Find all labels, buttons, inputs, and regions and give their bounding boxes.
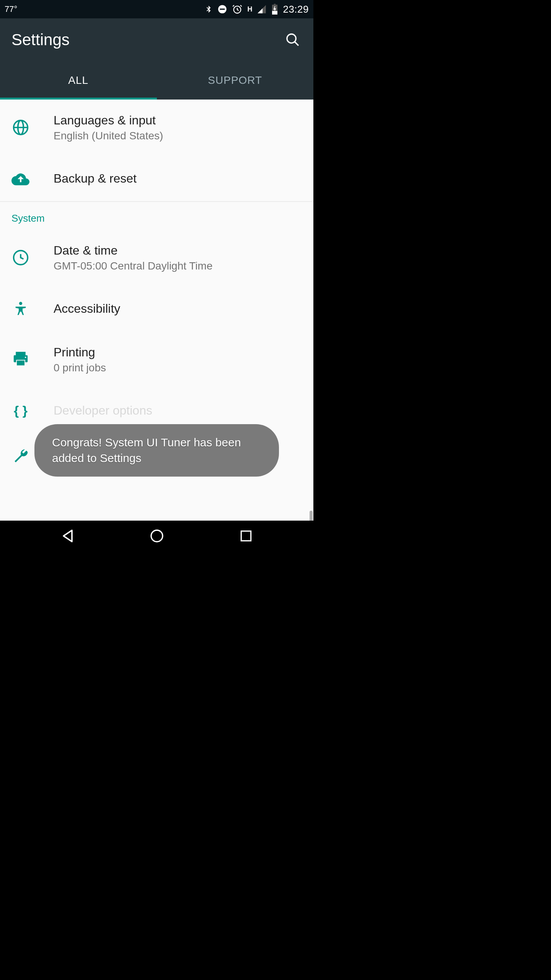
search-button[interactable] [284,31,302,49]
tab-all-label: ALL [68,74,88,87]
signal-icon [257,4,267,14]
status-temperature: 77° [5,4,17,14]
recent-icon [239,529,253,543]
globe-icon [12,119,29,136]
nav-recent-button[interactable] [231,521,261,551]
network-type-icon: H [247,5,252,13]
nav-home-button[interactable] [142,521,172,551]
clock-icon [12,249,29,266]
svg-point-6 [287,34,296,43]
settings-item-backup[interactable]: Backup & reset [0,155,313,201]
tabs: ALL SUPPORT [0,61,313,100]
battery-charging-icon [271,4,278,15]
section-header-system: System [0,202,313,230]
item-title: Printing [54,345,106,359]
item-subtitle: English (United States) [54,130,163,142]
wrench-icon [12,448,29,465]
settings-item-datetime[interactable]: Date & time GMT-05:00 Central Daylight T… [0,230,313,286]
item-title: Accessibility [54,301,120,316]
svg-line-7 [295,42,298,46]
accessibility-icon [13,300,28,317]
page-title: Settings [11,31,70,49]
status-clock: 23:29 [283,3,309,15]
svg-point-12 [19,302,22,305]
settings-item-accessibility[interactable]: Accessibility [0,286,313,332]
item-title: Backup & reset [54,171,137,186]
nav-back-button[interactable] [52,521,83,551]
settings-item-printing[interactable]: Printing 0 print jobs [0,332,313,387]
svg-rect-13 [16,352,25,355]
svg-rect-18 [241,531,251,541]
svg-rect-5 [272,11,277,15]
printer-icon [12,352,29,367]
tab-support-label: SUPPORT [208,74,262,87]
tab-support[interactable]: SUPPORT [157,61,314,100]
alarm-icon [232,4,243,15]
navigation-bar [0,521,313,551]
svg-rect-4 [274,4,276,5]
braces-icon: { } [14,403,28,418]
toast-text: Congrats! System UI Tuner has been added… [52,436,241,464]
item-subtitle: 0 print jobs [54,362,106,374]
home-icon [149,528,165,544]
item-title: Developer options [54,403,152,418]
toast-message: Congrats! System UI Tuner has been added… [34,424,279,477]
search-icon [285,32,300,47]
bluetooth-icon [204,4,213,15]
svg-point-17 [151,530,163,542]
svg-point-16 [25,357,26,358]
status-bar: 77° H 23:29 [0,0,313,18]
item-title: Languages & input [54,113,163,127]
tab-all[interactable]: ALL [0,61,157,100]
back-icon [59,528,76,544]
scrollbar[interactable] [310,511,313,521]
svg-rect-1 [220,8,225,10]
do-not-disturb-icon [217,4,227,14]
item-subtitle: GMT-05:00 Central Daylight Time [54,260,213,272]
cloud-upload-icon [11,172,30,185]
app-header: Settings ALL SUPPORT [0,18,313,100]
item-title: Date & time [54,243,213,258]
svg-rect-15 [16,360,25,366]
settings-item-languages[interactable]: Languages & input English (United States… [0,100,313,155]
